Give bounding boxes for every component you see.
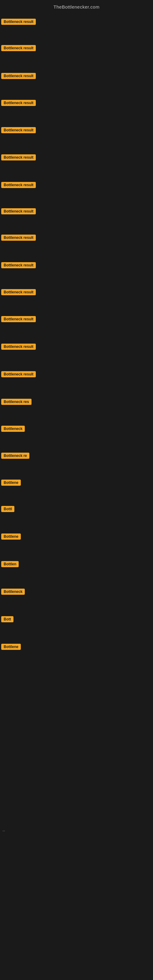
bottleneck-row-9: Bottleneck result [0, 233, 153, 243]
bottleneck-badge-13[interactable]: Bottleneck result [1, 344, 36, 350]
bottleneck-badge-12[interactable]: Bottleneck result [1, 316, 36, 322]
bottleneck-row-4: Bottleneck result [0, 99, 153, 108]
bottleneck-badge-5[interactable]: Bottleneck result [1, 127, 36, 133]
bottleneck-badge-4[interactable]: Bottleneck result [1, 100, 36, 106]
bottleneck-row-21: Bottlen [0, 560, 153, 570]
bottleneck-row-2: Bottleneck result [0, 44, 153, 54]
bottleneck-row-6: Bottleneck result [0, 153, 153, 163]
bottleneck-row-19: Bottl [0, 505, 153, 514]
bottleneck-row-18: Bottlene [0, 478, 153, 488]
bottleneck-row-5: Bottleneck result [0, 126, 153, 136]
bottleneck-badge-19[interactable]: Bottl [1, 506, 14, 512]
bottleneck-row-1: Bottleneck result [0, 18, 153, 27]
bottleneck-badge-17[interactable]: Bottleneck re [1, 453, 29, 459]
bottleneck-row-22: Bottleneck [0, 587, 153, 597]
bottleneck-row-14: Bottleneck result [0, 370, 153, 380]
ellipsis-dot: ... [2, 829, 5, 832]
bottleneck-badge-8[interactable]: Bottleneck result [1, 208, 36, 215]
bottleneck-row-10: Bottleneck result [0, 261, 153, 271]
bottleneck-row-12: Bottleneck result [0, 315, 153, 325]
bottleneck-badge-1[interactable]: Bottleneck result [1, 19, 36, 25]
bottleneck-badge-11[interactable]: Bottleneck result [1, 289, 36, 295]
bottleneck-row-23: Bott [0, 615, 153, 625]
bottleneck-row-13: Bottleneck result [0, 342, 153, 352]
bottleneck-badge-10[interactable]: Bottleneck result [1, 262, 36, 268]
bottleneck-badge-23[interactable]: Bott [1, 616, 13, 622]
bottleneck-badge-24[interactable]: Bottlene [1, 644, 21, 650]
bottleneck-row-20: Bottlene [0, 532, 153, 542]
bottleneck-row-16: Bottleneck [0, 425, 153, 434]
rows-container: Bottleneck resultBottleneck resultBottle… [0, 0, 153, 980]
bottleneck-badge-3[interactable]: Bottleneck result [1, 73, 36, 79]
bottleneck-row-15: Bottleneck res [0, 398, 153, 407]
bottleneck-badge-20[interactable]: Bottlene [1, 533, 21, 539]
bottleneck-badge-22[interactable]: Bottleneck [1, 589, 25, 595]
bottleneck-row-11: Bottleneck result [0, 288, 153, 298]
bottleneck-badge-7[interactable]: Bottleneck result [1, 182, 36, 188]
bottleneck-badge-2[interactable]: Bottleneck result [1, 45, 36, 51]
bottleneck-badge-15[interactable]: Bottleneck res [1, 399, 32, 405]
bottleneck-row-3: Bottleneck result [0, 72, 153, 81]
ellipsis-area: ... [1, 827, 5, 832]
bottleneck-badge-21[interactable]: Bottlen [1, 561, 19, 567]
bottleneck-row-24: Bottlene [0, 643, 153, 652]
bottleneck-badge-9[interactable]: Bottleneck result [1, 235, 36, 241]
bottleneck-badge-18[interactable]: Bottlene [1, 480, 21, 486]
bottleneck-badge-14[interactable]: Bottleneck result [1, 371, 36, 377]
page-wrapper: TheBottlenecker.com Bottleneck resultBot… [0, 0, 153, 980]
bottleneck-row-7: Bottleneck result [0, 181, 153, 191]
bottleneck-badge-6[interactable]: Bottleneck result [1, 154, 36, 161]
bottleneck-row-17: Bottleneck re [0, 452, 153, 461]
bottleneck-badge-16[interactable]: Bottleneck [1, 426, 25, 432]
bottleneck-row-8: Bottleneck result [0, 207, 153, 217]
